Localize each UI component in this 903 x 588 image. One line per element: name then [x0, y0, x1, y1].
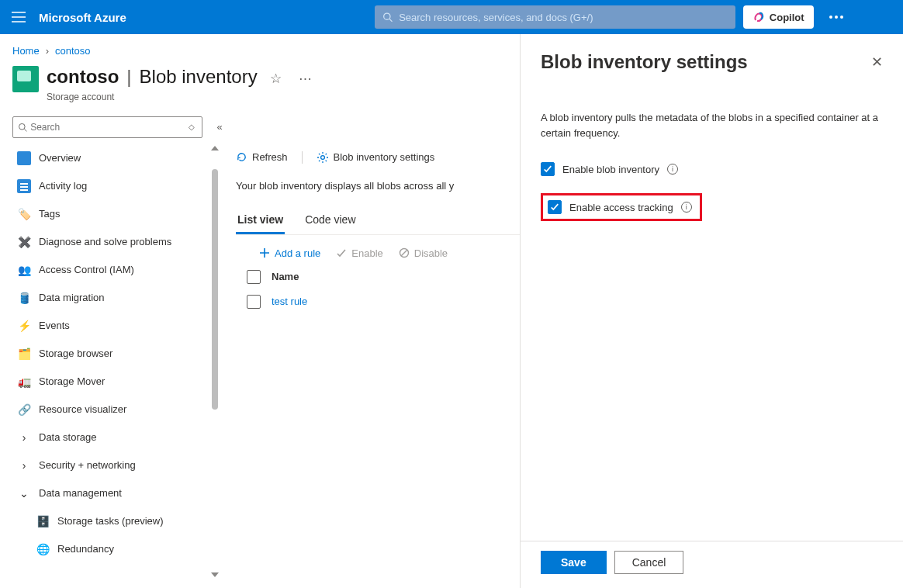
scroll-thumb[interactable]: [212, 169, 218, 410]
lightning-icon: ⚡: [17, 319, 31, 333]
global-search-input[interactable]: [399, 12, 728, 23]
resource-name: contoso: [47, 66, 119, 88]
storage-account-icon: [12, 66, 39, 92]
tab-code-view[interactable]: Code view: [303, 209, 357, 234]
enable-inventory-label: Enable blob inventory: [562, 164, 659, 175]
nav-storage-tasks[interactable]: 🗄️Storage tasks (preview): [12, 507, 220, 535]
svg-line-1: [389, 19, 392, 21]
tasks-icon: 🗄️: [36, 514, 50, 528]
global-search[interactable]: [375, 5, 735, 29]
refresh-icon: [236, 151, 247, 163]
info-icon[interactable]: i: [667, 164, 678, 175]
rule-name-link[interactable]: test rule: [272, 296, 307, 307]
people-icon: 👥: [17, 263, 31, 277]
migration-icon: 🛢️: [17, 291, 31, 305]
wrench-icon: ✖️: [17, 235, 31, 249]
resource-header: contoso | Blob inventory ☆ ⋯ Storage acc…: [12, 66, 520, 102]
block-icon: [399, 247, 410, 258]
scrollbar[interactable]: [210, 144, 220, 579]
chevron-right-icon: ›: [17, 458, 31, 472]
svg-line-3: [24, 129, 26, 131]
gear-icon: [317, 151, 329, 164]
resource-menu: Overview Activity log 🏷️Tags ✖️Diagnose …: [12, 144, 220, 579]
favorite-star-icon[interactable]: ☆: [265, 68, 287, 90]
check-icon: [336, 247, 347, 258]
enable-tracking-checkbox[interactable]: [548, 200, 562, 214]
copilot-label: Copilot: [770, 12, 804, 23]
row-checkbox[interactable]: [247, 295, 261, 309]
nav-resource-visualizer[interactable]: 🔗Resource visualizer: [12, 396, 220, 424]
settings-button[interactable]: Blob inventory settings: [317, 151, 435, 164]
more-icon[interactable]: ⋯: [295, 68, 317, 90]
copilot-icon: [752, 11, 765, 23]
more-icon[interactable]: [825, 11, 848, 23]
nav-group-data-management[interactable]: ⌄Data management: [12, 479, 220, 507]
nav-data-migration[interactable]: 🛢️Data migration: [12, 284, 220, 312]
close-icon[interactable]: ✕: [871, 54, 883, 71]
refresh-button[interactable]: Refresh: [236, 151, 288, 163]
svg-line-6: [401, 250, 407, 256]
search-icon: [382, 12, 393, 22]
svg-point-2: [19, 123, 26, 130]
brand-label[interactable]: Microsoft Azure: [39, 11, 126, 24]
plus-icon: [259, 247, 270, 258]
table-row: test rule: [236, 295, 520, 309]
column-name: Name: [272, 271, 299, 282]
activity-log-icon: [17, 179, 31, 193]
cancel-button[interactable]: Cancel: [614, 551, 684, 574]
tab-list-view[interactable]: List view: [236, 209, 285, 234]
save-button[interactable]: Save: [541, 551, 607, 574]
enable-button: Enable: [336, 247, 382, 259]
resource-type: Storage account: [47, 92, 317, 102]
nav-storage-mover[interactable]: 🚛Storage Mover: [12, 368, 220, 396]
content-area: Refresh Blob inventory settings Your blo…: [220, 144, 520, 579]
select-all-checkbox[interactable]: [247, 270, 261, 284]
check-icon: [543, 164, 552, 174]
nav-access-control[interactable]: 👥Access Control (IAM): [12, 256, 220, 284]
copilot-button[interactable]: Copilot: [743, 5, 814, 29]
settings-blade: Blob inventory settings ✕ A blob invento…: [520, 34, 903, 588]
chevron-down-icon: ⌄: [17, 486, 31, 500]
nav-storage-browser[interactable]: 🗂️Storage browser: [12, 340, 220, 368]
rules-header: Name: [236, 270, 520, 284]
add-rule-button[interactable]: Add a rule: [259, 247, 320, 259]
content-description: Your blob inventory displays all blobs a…: [236, 180, 520, 192]
enable-inventory-checkbox[interactable]: [541, 162, 555, 176]
nav-redundancy[interactable]: 🌐Redundancy: [12, 535, 220, 563]
nav-group-security[interactable]: ›Security + networking: [12, 451, 220, 479]
tag-icon: 🏷️: [17, 207, 31, 221]
sort-icon[interactable]: ◇: [186, 123, 197, 131]
breadcrumb-resource[interactable]: contoso: [55, 45, 91, 57]
resource-menu-search[interactable]: ◇: [12, 116, 202, 138]
check-icon: [550, 202, 559, 212]
resource-section: Blob inventory: [140, 66, 258, 88]
svg-point-4: [320, 155, 324, 159]
scroll-down-icon[interactable]: [211, 572, 219, 577]
nav-overview[interactable]: Overview: [12, 144, 220, 172]
mover-icon: 🚛: [17, 375, 31, 389]
enable-inventory-row: Enable blob inventory i: [541, 162, 883, 176]
scroll-up-icon[interactable]: [211, 146, 219, 150]
nav-diagnose[interactable]: ✖️Diagnose and solve problems: [12, 228, 220, 256]
collapse-nav-icon[interactable]: «: [212, 121, 227, 133]
highlighted-setting: Enable access tracking i: [541, 193, 702, 221]
search-icon: [18, 122, 27, 133]
svg-point-0: [383, 13, 389, 19]
chevron-right-icon: ›: [17, 431, 31, 444]
enable-tracking-label: Enable access tracking: [569, 202, 673, 213]
breadcrumb: Home › contoso: [12, 45, 520, 57]
nav-events[interactable]: ⚡Events: [12, 312, 220, 340]
nav-activity-log[interactable]: Activity log: [12, 172, 220, 200]
global-header: Microsoft Azure Copilot: [0, 0, 903, 34]
blade-description: A blob inventory pulls the metadata of t…: [541, 110, 883, 140]
overview-icon: [17, 151, 31, 165]
hamburger-menu-icon[interactable]: [8, 6, 29, 28]
info-icon[interactable]: i: [681, 202, 692, 213]
nav-tags[interactable]: 🏷️Tags: [12, 200, 220, 228]
visualizer-icon: 🔗: [17, 403, 31, 417]
resource-menu-search-input[interactable]: [30, 122, 186, 133]
nav-group-data-storage[interactable]: ›Data storage: [12, 424, 220, 451]
blade-title: Blob inventory settings: [541, 51, 748, 73]
breadcrumb-home[interactable]: Home: [12, 45, 40, 57]
disable-button: Disable: [399, 247, 448, 259]
